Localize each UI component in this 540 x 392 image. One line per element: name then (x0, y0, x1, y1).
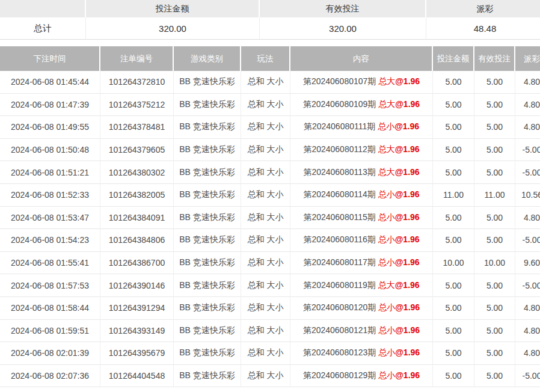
cell-game-type: BB 竞速快乐彩 (174, 365, 241, 388)
content-odds: @1.96 (395, 144, 420, 154)
cell-game-type: BB 竞速快乐彩 (174, 161, 241, 184)
cell-payout: 4.80 (515, 94, 540, 117)
cell-order-no: 101264395679 (100, 342, 174, 365)
content-period: 第202406080113期 (303, 167, 378, 177)
column-header-time: 下注时间 (0, 46, 100, 71)
table-row: 2024-06-08 02:01:39101264395679BB 竞速快乐彩总… (0, 342, 540, 365)
cell-content: 第202406080123期 总小@1.96 (290, 342, 433, 365)
cell-play-type: 总和 大小 (241, 71, 290, 94)
cell-valid-bet: 5.00 (474, 71, 515, 94)
cell-bet-amount: 5.00 (433, 161, 474, 184)
content-pick: 总大 (378, 144, 395, 154)
content-period: 第202406080123期 (303, 348, 378, 357)
cell-content: 第202406080107期 总大@1.96 (290, 71, 433, 94)
content-period: 第202406080120期 (303, 302, 378, 312)
content-pick: 总小 (378, 234, 395, 244)
cell-valid-bet: 10.00 (474, 252, 515, 275)
content-period: 第202406080111期 (304, 121, 378, 131)
cell-order-no: 101264372810 (100, 71, 174, 94)
cell-content: 第202406080111期 总小@1.96 (290, 116, 433, 139)
cell-bet-time: 2024-06-08 01:53:47 (0, 207, 100, 230)
cell-bet-time: 2024-06-08 01:57:53 (0, 274, 100, 297)
cell-bet-amount: 5.00 (433, 320, 474, 343)
cell-game-type: BB 竞速快乐彩 (174, 342, 241, 365)
content-pick: 总小 (378, 121, 394, 131)
cell-content: 第202406080119期 总大@1.96 (290, 274, 433, 297)
cell-payout: 4.80 (515, 116, 540, 139)
cell-payout: 10.56 (515, 184, 540, 207)
cell-order-no: 101264391294 (100, 297, 174, 320)
cell-payout: 4.80 (515, 297, 540, 320)
cell-bet-amount: 10.00 (433, 252, 474, 275)
cell-game-type: BB 竞速快乐彩 (174, 229, 241, 252)
cell-payout: -5.00 (515, 274, 540, 297)
cell-play-type: 总和 大小 (241, 161, 290, 184)
cell-play-type: 总和 大小 (241, 116, 290, 139)
content-pick: 总小 (378, 302, 395, 312)
content-period: 第202406080107期 (303, 76, 378, 86)
cell-bet-time: 2024-06-08 02:01:39 (0, 342, 100, 365)
cell-content: 第202406080114期 总小@1.96 (290, 184, 433, 207)
summary-header-payout: 派彩 (426, 0, 540, 17)
cell-bet-amount: 5.00 (433, 139, 474, 162)
cell-valid-bet: 5.00 (474, 94, 515, 117)
cell-valid-bet: 5.00 (474, 116, 515, 139)
table-row: 2024-06-08 01:54:23101264384806BB 竞速快乐彩总… (0, 229, 540, 252)
cell-game-type: BB 竞速快乐彩 (174, 94, 241, 117)
content-pick: 总小 (378, 325, 395, 335)
summary-total-bet-amount: 320.00 (86, 17, 260, 40)
content-odds: @1.96 (395, 325, 420, 335)
column-header-payout: 派彩 (515, 46, 540, 71)
cell-content: 第202406080117期 总小@1.96 (290, 252, 433, 275)
summary-header-valid-bet: 有效投注 (260, 0, 426, 17)
cell-bet-time: 2024-06-08 01:54:23 (0, 229, 100, 252)
content-odds: @1.96 (395, 370, 420, 380)
cell-game-type: BB 竞速快乐彩 (174, 184, 241, 207)
cell-valid-bet: 5.00 (474, 139, 515, 162)
cell-play-type: 总和 大小 (241, 94, 290, 117)
cell-content: 第202406080112期 总大@1.96 (290, 139, 433, 162)
content-pick: 总小 (378, 257, 395, 267)
content-pick: 总小 (378, 370, 395, 380)
cell-valid-bet: 5.00 (474, 161, 515, 184)
cell-bet-amount: 5.00 (433, 94, 474, 117)
cell-order-no: 101264404548 (100, 365, 174, 388)
bet-records-header-row: 下注时间注单编号游戏类别玩法内容投注金额有效投注派彩 (0, 46, 540, 71)
cell-content: 第202406080121期 总小@1.96 (290, 320, 433, 343)
cell-bet-time: 2024-06-08 02:07:36 (0, 365, 100, 388)
cell-payout: -5.00 (515, 365, 540, 388)
cell-play-type: 总和 大小 (241, 274, 290, 297)
content-period: 第202406080115期 (303, 212, 378, 222)
content-pick: 总大 (378, 76, 395, 86)
table-row: 2024-06-08 01:49:55101264378481BB 竞速快乐彩总… (0, 116, 540, 139)
cell-bet-time: 2024-06-08 01:45:44 (0, 71, 100, 94)
cell-play-type: 总和 大小 (241, 229, 290, 252)
cell-order-no: 101264384091 (100, 207, 174, 230)
cell-bet-amount: 5.00 (433, 365, 474, 388)
cell-game-type: BB 竞速快乐彩 (174, 116, 241, 139)
summary-total-label: 总计 (0, 17, 86, 40)
content-period: 第202406080112期 (303, 144, 378, 154)
content-pick: 总大 (378, 167, 395, 177)
content-period: 第202406080119期 (303, 280, 378, 290)
column-header-valid-bet: 有效投注 (474, 46, 515, 71)
cell-order-no: 101264390146 (100, 274, 174, 297)
cell-order-no: 101264386700 (100, 252, 174, 275)
cell-order-no: 101264379605 (100, 139, 174, 162)
summary-total-payout: 48.48 (426, 17, 540, 40)
cell-play-type: 总和 大小 (241, 207, 290, 230)
content-odds: @1.96 (395, 99, 420, 109)
table-row: 2024-06-08 01:58:44101264391294BB 竞速快乐彩总… (0, 297, 540, 320)
column-header-order-no: 注单编号 (100, 46, 174, 71)
cell-payout: 4.80 (515, 71, 540, 94)
cell-game-type: BB 竞速快乐彩 (174, 320, 241, 343)
summary-total-row: 总计 320.00 320.00 48.48 (0, 17, 540, 40)
content-pick: 总小 (378, 348, 395, 357)
cell-bet-amount: 5.00 (433, 342, 474, 365)
content-pick: 总小 (378, 212, 395, 222)
cell-order-no: 101264378481 (100, 116, 174, 139)
cell-order-no: 101264375212 (100, 94, 174, 117)
table-row: 2024-06-08 01:50:48101264379605BB 竞速快乐彩总… (0, 139, 540, 162)
cell-bet-time: 2024-06-08 01:49:55 (0, 116, 100, 139)
table-row: 2024-06-08 01:57:53101264390146BB 竞速快乐彩总… (0, 274, 540, 297)
